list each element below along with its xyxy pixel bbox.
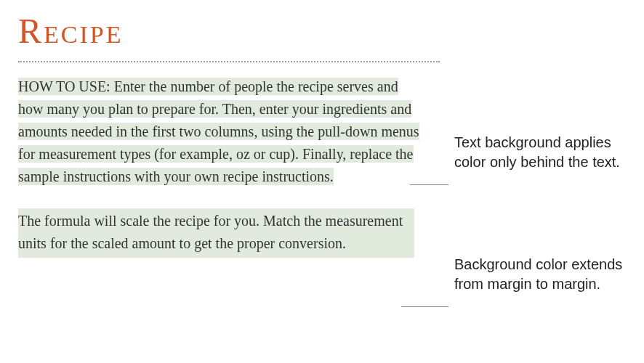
document-content: Recipe HOW TO USE: Enter the number of p… (18, 11, 425, 258)
paragraph-text: The formula will scale the recipe for yo… (18, 210, 411, 255)
callout-text-background: Text background applies color only behin… (454, 133, 629, 172)
callout-leader-line-2 (401, 306, 448, 307)
paragraph-block-background-example: The formula will scale the recipe for yo… (18, 208, 414, 258)
highlighted-text: HOW TO USE: Enter the number of people t… (18, 78, 419, 185)
callout-leader-line-1 (410, 184, 448, 185)
title-divider (18, 61, 440, 62)
document-title: Recipe (18, 11, 425, 51)
callout-block-background: Background color extends from margin to … (454, 255, 629, 294)
paragraph-text-background-example: HOW TO USE: Enter the number of people t… (18, 76, 425, 188)
